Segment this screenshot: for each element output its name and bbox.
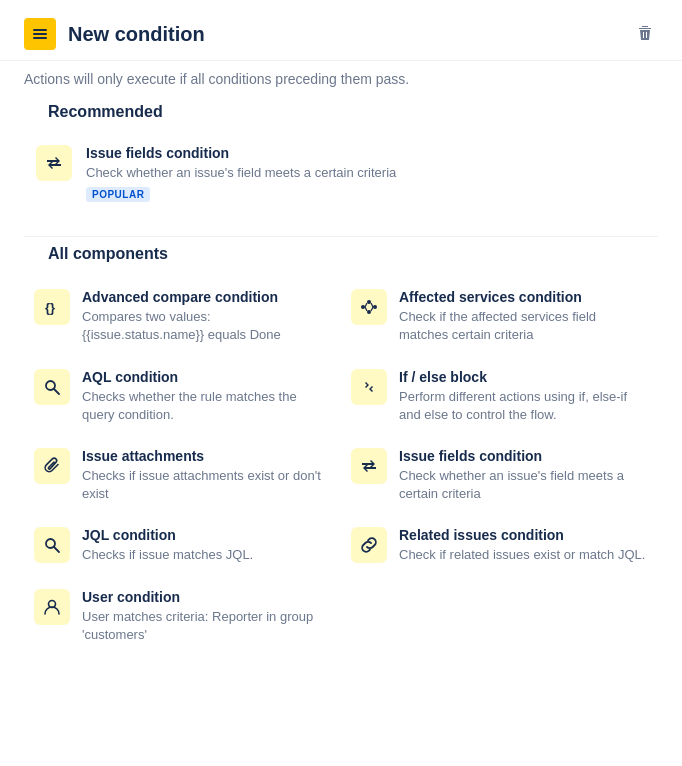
- advanced-compare-content: Advanced compare condition Compares two …: [82, 289, 331, 344]
- recommended-card-content: Issue fields condition Check whether an …: [86, 145, 646, 202]
- svg-rect-2: [33, 37, 47, 39]
- svg-point-6: [373, 305, 377, 309]
- aql-desc: Checks whether the rule matches the quer…: [82, 388, 331, 424]
- component-aql[interactable]: AQL condition Checks whether the rule ma…: [24, 357, 341, 436]
- user-condition-content: User condition User matches criteria: Re…: [82, 589, 331, 644]
- recommended-title: Recommended: [24, 103, 658, 135]
- attachments-title: Issue attachments: [82, 448, 331, 464]
- aql-title: AQL condition: [82, 369, 331, 385]
- component-advanced-compare[interactable]: {} Advanced compare condition Compares t…: [24, 277, 341, 356]
- issue-fields-title: Issue fields condition: [399, 448, 648, 464]
- jql-title: JQL condition: [82, 527, 331, 543]
- svg-text:{}: {}: [45, 300, 55, 315]
- component-issue-attachments[interactable]: Issue attachments Checks if issue attach…: [24, 436, 341, 515]
- advanced-compare-desc: Compares two values: {{issue.status.name…: [82, 308, 331, 344]
- affected-services-title: Affected services condition: [399, 289, 648, 305]
- svg-line-13: [54, 389, 59, 394]
- page-subtitle: Actions will only execute if all conditi…: [0, 61, 682, 103]
- if-else-title: If / else block: [399, 369, 648, 385]
- svg-line-15: [54, 547, 59, 552]
- if-else-icon: [351, 369, 387, 405]
- section-divider: [24, 236, 658, 237]
- shuffle-icon-fields: [351, 448, 387, 484]
- issue-fields-content: Issue fields condition Check whether an …: [399, 448, 648, 503]
- page-header: New condition: [0, 0, 682, 61]
- attachments-desc: Checks if issue attachments exist or don…: [82, 467, 331, 503]
- svg-line-11: [371, 307, 373, 311]
- issue-fields-desc: Check whether an issue's field meets a c…: [399, 467, 648, 503]
- if-else-desc: Perform different actions using if, else…: [399, 388, 648, 424]
- recommended-card-desc: Check whether an issue's field meets a c…: [86, 164, 646, 182]
- page-title: New condition: [68, 23, 620, 46]
- attachments-content: Issue attachments Checks if issue attach…: [82, 448, 331, 503]
- popular-badge: POPULAR: [86, 187, 150, 202]
- svg-point-5: [367, 300, 371, 304]
- svg-point-4: [361, 305, 365, 309]
- svg-rect-0: [33, 29, 47, 31]
- recommended-section: Recommended Issue fields condition Check…: [0, 103, 682, 228]
- related-issues-title: Related issues condition: [399, 527, 648, 543]
- advanced-compare-title: Advanced compare condition: [82, 289, 331, 305]
- affected-services-content: Affected services condition Check if the…: [399, 289, 648, 344]
- component-jql[interactable]: JQL condition Checks if issue matches JQ…: [24, 515, 341, 576]
- recommended-card-title: Issue fields condition: [86, 145, 646, 161]
- component-issue-fields[interactable]: Issue fields condition Check whether an …: [341, 436, 658, 515]
- component-affected-services[interactable]: Affected services condition Check if the…: [341, 277, 658, 356]
- svg-line-8: [365, 303, 367, 307]
- recommended-card-issue-fields[interactable]: Issue fields condition Check whether an …: [24, 135, 658, 212]
- header-icon: [24, 18, 56, 50]
- paperclip-icon: [34, 448, 70, 484]
- search-icon-aql: [34, 369, 70, 405]
- if-else-content: If / else block Perform different action…: [399, 369, 648, 424]
- components-grid: {} Advanced compare condition Compares t…: [24, 277, 658, 656]
- delete-button[interactable]: [632, 20, 658, 49]
- related-issues-desc: Check if related issues exist or match J…: [399, 546, 648, 564]
- svg-point-7: [367, 310, 371, 314]
- link-icon: [351, 527, 387, 563]
- component-if-else[interactable]: If / else block Perform different action…: [341, 357, 658, 436]
- all-components-section: All components {} Advanced compare condi…: [0, 245, 682, 656]
- svg-rect-1: [33, 33, 47, 35]
- search-icon-jql: [34, 527, 70, 563]
- affected-services-desc: Check if the affected services field mat…: [399, 308, 648, 344]
- braces-icon: {}: [34, 289, 70, 325]
- svg-line-10: [365, 307, 367, 311]
- component-user-condition[interactable]: User condition User matches criteria: Re…: [24, 577, 341, 656]
- user-condition-desc: User matches criteria: Reporter in group…: [82, 608, 331, 644]
- svg-line-9: [371, 303, 373, 307]
- related-issues-content: Related issues condition Check if relate…: [399, 527, 648, 564]
- user-condition-title: User condition: [82, 589, 331, 605]
- user-icon: [34, 589, 70, 625]
- jql-desc: Checks if issue matches JQL.: [82, 546, 331, 564]
- shuffle-icon: [36, 145, 72, 181]
- all-components-title: All components: [24, 245, 658, 277]
- aql-content: AQL condition Checks whether the rule ma…: [82, 369, 331, 424]
- jql-content: JQL condition Checks if issue matches JQ…: [82, 527, 331, 564]
- component-related-issues[interactable]: Related issues condition Check if relate…: [341, 515, 658, 576]
- affected-services-icon: [351, 289, 387, 325]
